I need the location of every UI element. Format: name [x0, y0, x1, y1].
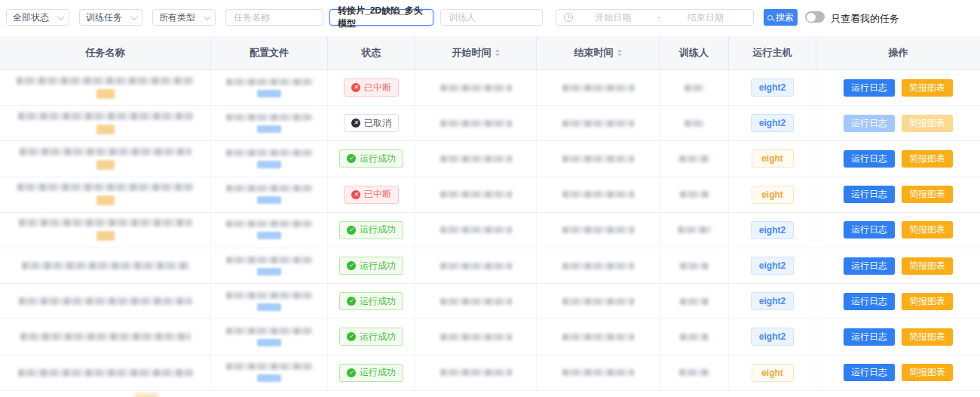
report-chart-button[interactable]: 简报图表 [902, 293, 953, 310]
sort-icon[interactable] [617, 49, 622, 57]
host-badge: eight2 [751, 257, 794, 275]
start-time-cell [415, 70, 537, 105]
report-chart-button[interactable]: 简报图表 [902, 79, 953, 97]
task-type-filter-select[interactable]: 训练任务 [79, 9, 142, 26]
status-badge: ✕ 已中断 [344, 186, 399, 204]
status-icon: ✓ [347, 261, 356, 270]
table-row: ✕ 已取消 eight2 运行日志 简报图表 [0, 106, 980, 141]
task-name-query-input[interactable]: 转接片_2D缺陷_多头模型 [329, 9, 433, 26]
report-chart-button[interactable]: 简报图表 [902, 186, 953, 203]
status-icon: ✕ [351, 118, 360, 128]
config-link-redacted[interactable] [257, 125, 281, 133]
task-name-cell [0, 319, 211, 354]
run-log-button[interactable]: 运行日志 [844, 293, 895, 310]
task-name-redacted [20, 148, 191, 155]
config-link-redacted[interactable] [257, 196, 281, 204]
config-link-redacted[interactable] [257, 232, 281, 239]
status-filter-value: 全部状态 [13, 11, 49, 24]
status-label: 运行成功 [360, 366, 396, 379]
sort-icon[interactable] [495, 49, 500, 57]
status-badge: ✓ 运行成功 [339, 328, 403, 346]
report-chart-button[interactable]: 简报图表 [902, 221, 953, 239]
config-link-redacted[interactable] [257, 374, 281, 382]
run-log-button[interactable]: 运行日志 [844, 364, 895, 381]
trainer-redacted [679, 369, 709, 376]
task-name-redacted [17, 183, 193, 191]
table-row: ✕ 已中断 eight 运行日志 简报图表 [0, 177, 980, 213]
trainer-redacted [679, 155, 709, 162]
report-chart-button[interactable]: 简报图表 [902, 150, 953, 168]
my-tasks-toggle[interactable] [805, 11, 825, 23]
table-row: ✓ 运行成功 eight 运行日志 简报图表 [0, 141, 980, 177]
status-icon: ✓ [347, 368, 356, 377]
start-time-cell [415, 106, 537, 140]
host-cell: eight2 [729, 319, 816, 354]
host-cell: eight2 [729, 213, 816, 248]
run-log-button[interactable]: 运行日志 [844, 328, 895, 346]
config-link-redacted[interactable] [257, 339, 281, 346]
task-name-cell [0, 284, 211, 319]
actions-cell: 运行日志 简报图表 [816, 177, 980, 212]
run-log-button[interactable]: 运行日志 [844, 150, 895, 168]
task-name-search-input[interactable]: 任务名称 [225, 9, 323, 26]
trainer-cell [660, 177, 729, 212]
config-link-redacted[interactable] [257, 161, 281, 168]
host-cell: eight2 [729, 248, 816, 283]
start-date-placeholder: 开始日期 [573, 11, 654, 24]
task-name-cell [0, 106, 211, 140]
task-name-redacted [17, 77, 194, 85]
column-header-host: 运行主机 [729, 36, 816, 69]
config-file-cell [211, 141, 328, 176]
task-name-cell [0, 70, 211, 105]
status-cell: ✕ 已中断 [328, 177, 415, 212]
config-file-redacted [226, 257, 313, 263]
end-time-cell [537, 355, 660, 390]
run-log-button[interactable]: 运行日志 [844, 186, 895, 203]
config-link-redacted[interactable] [257, 90, 281, 97]
trainer-cell [660, 70, 729, 105]
task-tag-redacted [96, 231, 115, 241]
start-time-redacted [440, 263, 512, 269]
start-time-redacted [440, 191, 512, 198]
task-name-redacted [18, 369, 193, 377]
task-name-cell [0, 355, 211, 390]
config-link-redacted[interactable] [257, 303, 281, 311]
category-filter-select[interactable]: 所有类型 [152, 9, 216, 26]
status-label: 已中断 [364, 188, 391, 201]
status-cell: ✓ 运行成功 [328, 248, 415, 283]
my-tasks-toggle-label: 只查看我的任务 [831, 12, 899, 26]
actions-cell: 运行日志 简报图表 [816, 319, 980, 354]
config-file-redacted [226, 220, 313, 227]
trainer-search-input[interactable]: 训练人 [440, 9, 543, 26]
table-row: ✓ 运行成功 eight2 运行日志 简报图表 [0, 284, 980, 319]
run-log-button[interactable]: 运行日志 [844, 79, 895, 97]
report-chart-button[interactable]: 简报图表 [902, 115, 953, 132]
end-time-redacted [562, 85, 634, 91]
status-filter-select[interactable]: 全部状态 [6, 9, 69, 26]
config-file-redacted [226, 363, 313, 370]
search-button[interactable]: 搜索 [764, 9, 798, 26]
column-header-status: 状态 [328, 36, 415, 69]
trainer-cell [660, 106, 729, 140]
status-badge: ✓ 运行成功 [339, 292, 403, 310]
report-chart-button[interactable]: 简报图表 [902, 328, 953, 346]
host-cell: eight [729, 355, 816, 390]
start-time-cell [415, 141, 537, 176]
task-name-cell [0, 248, 211, 283]
run-log-button[interactable]: 运行日志 [844, 115, 895, 132]
config-file-cell [211, 355, 328, 390]
host-badge: eight2 [751, 114, 794, 132]
config-file-cell [211, 177, 328, 212]
run-log-button[interactable]: 运行日志 [844, 221, 895, 239]
run-log-button[interactable]: 运行日志 [844, 257, 895, 275]
config-file-redacted [226, 292, 313, 299]
status-cell: ✕ 已取消 [328, 106, 415, 140]
task-tag-redacted [134, 393, 158, 397]
config-link-redacted[interactable] [257, 268, 281, 275]
report-chart-button[interactable]: 简报图表 [902, 364, 953, 381]
status-cell: ✓ 运行成功 [328, 141, 415, 176]
report-chart-button[interactable]: 简报图表 [902, 257, 953, 275]
trainer-redacted [680, 191, 709, 198]
end-time-cell [537, 106, 660, 140]
date-range-picker[interactable]: 开始日期 - 结束日期 [556, 9, 754, 26]
